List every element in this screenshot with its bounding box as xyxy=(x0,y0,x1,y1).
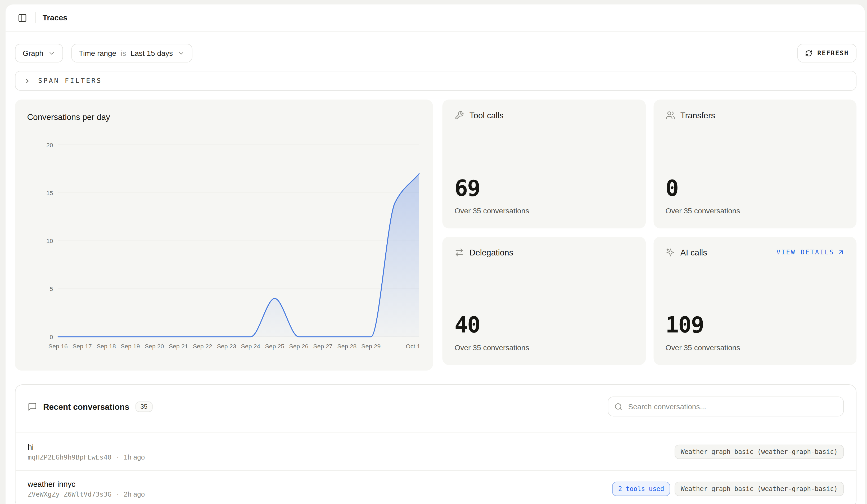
svg-text:Sep 19: Sep 19 xyxy=(121,343,140,350)
traces-page: Traces Graph Time range is Last 15 days xyxy=(0,0,867,504)
chevron-right-icon xyxy=(24,77,31,84)
meta-separator: · xyxy=(116,453,119,461)
delegations-card: Delegations 40 Over 35 conversations xyxy=(442,236,645,365)
conversation-time: 2h ago xyxy=(124,491,145,498)
stat-subtitle: Over 35 conversations xyxy=(454,343,633,352)
chevron-down-icon xyxy=(48,50,55,57)
recent-conversations-panel: Recent conversations 35 hi mqHZP2EGh9h9B… xyxy=(15,384,856,504)
svg-text:Sep 23: Sep 23 xyxy=(217,343,236,350)
stat-label: AI calls xyxy=(681,247,707,257)
agent-tag: Weather graph basic (weather-graph-basic… xyxy=(675,482,844,496)
agent-tag: Weather graph basic (weather-graph-basic… xyxy=(675,444,844,459)
svg-text:Sep 21: Sep 21 xyxy=(169,343,188,350)
svg-text:Sep 17: Sep 17 xyxy=(73,343,92,350)
svg-text:Sep 25: Sep 25 xyxy=(265,343,285,350)
stat-label: Tool calls xyxy=(470,111,504,120)
stat-subtitle: Over 35 conversations xyxy=(665,206,844,215)
stat-grid: Tool calls 69 Over 35 conversations Tran… xyxy=(442,99,856,365)
time-range-field: Time range xyxy=(79,49,116,57)
span-filters-toggle[interactable]: SPAN FILTERS xyxy=(15,71,856,90)
conversation-id: mqHZP2EGh9h9BpFEwEs40 xyxy=(28,453,111,461)
recent-conversations-header: Recent conversations 35 xyxy=(15,385,856,432)
time-range-operator: is xyxy=(121,49,126,57)
time-range-filter[interactable]: Time range is Last 15 days xyxy=(71,44,192,63)
conversations-chart-card: Conversations per day 05101520Sep 16Sep … xyxy=(15,99,433,371)
svg-text:Oct 1: Oct 1 xyxy=(406,343,420,350)
dashboard-grid: Conversations per day 05101520Sep 16Sep … xyxy=(15,99,856,365)
svg-text:0: 0 xyxy=(50,333,53,340)
search-input[interactable] xyxy=(627,402,837,411)
panel-left-icon xyxy=(18,13,27,22)
refresh-icon xyxy=(805,50,812,57)
conversation-time: 1h ago xyxy=(124,453,145,461)
stat-subtitle: Over 35 conversations xyxy=(454,206,633,215)
svg-text:Sep 18: Sep 18 xyxy=(97,343,116,350)
search-box xyxy=(608,397,844,416)
conversation-title: hi xyxy=(28,442,145,451)
chevron-down-icon xyxy=(177,50,184,57)
graph-dropdown[interactable]: Graph xyxy=(15,44,63,63)
svg-text:Sep 26: Sep 26 xyxy=(289,343,309,350)
graph-dropdown-label: Graph xyxy=(23,49,43,57)
svg-text:10: 10 xyxy=(46,237,53,244)
stat-subtitle: Over 35 conversations xyxy=(665,343,844,352)
chart-title: Conversations per day xyxy=(27,112,421,123)
message-square-icon xyxy=(28,402,37,411)
search-icon xyxy=(614,403,622,410)
svg-text:20: 20 xyxy=(46,142,53,149)
svg-text:15: 15 xyxy=(46,190,53,196)
refresh-button[interactable]: REFRESH xyxy=(798,44,856,63)
stat-label: Delegations xyxy=(470,247,513,257)
sidebar-toggle-button[interactable] xyxy=(14,10,30,26)
sparkles-icon xyxy=(665,247,675,257)
svg-text:Sep 22: Sep 22 xyxy=(193,343,212,350)
stat-value: 109 xyxy=(665,314,844,336)
view-details-link[interactable]: VIEW DETAILS xyxy=(777,248,844,256)
meta-separator: · xyxy=(116,491,119,498)
stat-value: 69 xyxy=(454,177,633,199)
app-header: Traces xyxy=(6,4,865,32)
svg-text:Sep 16: Sep 16 xyxy=(49,343,68,350)
stat-label: Transfers xyxy=(681,111,715,120)
toolbar: Graph Time range is Last 15 days xyxy=(15,44,856,63)
main-panel: Traces Graph Time range is Last 15 days xyxy=(6,4,865,504)
conversation-id: ZVeWXgZy_Z6WltVd73s3G xyxy=(28,491,111,498)
header-divider xyxy=(35,12,36,23)
conversation-count-badge: 35 xyxy=(136,401,152,412)
svg-text:Sep 24: Sep 24 xyxy=(241,343,260,350)
ai-calls-card: AI calls VIEW DETAILS 109 Over 35 conver… xyxy=(653,236,856,365)
refresh-label: REFRESH xyxy=(817,49,849,57)
svg-text:Sep 27: Sep 27 xyxy=(313,343,332,350)
conversation-title: weather innyc xyxy=(28,479,145,488)
svg-text:Sep 28: Sep 28 xyxy=(337,343,356,350)
page-title: Traces xyxy=(43,13,67,22)
stat-value: 0 xyxy=(665,177,844,199)
users-icon xyxy=(665,111,675,120)
view-details-label: VIEW DETAILS xyxy=(777,248,834,256)
svg-text:Sep 20: Sep 20 xyxy=(145,343,164,350)
conversation-row[interactable]: weather innyc ZVeWXgZy_Z6WltVd73s3G · 2h… xyxy=(15,470,856,504)
content: Graph Time range is Last 15 days xyxy=(6,44,865,504)
tools-used-tag: 2 tools used xyxy=(612,482,670,496)
span-filters-label: SPAN FILTERS xyxy=(38,77,102,84)
conversations-chart-svg: 05101520Sep 16Sep 17Sep 18Sep 19Sep 20Se… xyxy=(27,130,421,358)
arrows-swap-icon xyxy=(454,247,464,257)
transfers-card: Transfers 0 Over 35 conversations xyxy=(653,99,856,228)
time-range-value: Last 15 days xyxy=(130,49,173,57)
conversation-row[interactable]: hi mqHZP2EGh9h9BpFEwEs40 · 1h ago Weathe… xyxy=(15,432,856,470)
arrow-up-right-icon xyxy=(838,249,844,256)
stat-value: 40 xyxy=(454,314,633,336)
recent-conversations-title: Recent conversations xyxy=(43,402,129,411)
svg-text:5: 5 xyxy=(50,285,53,292)
wrench-icon xyxy=(454,111,464,120)
svg-text:Sep 29: Sep 29 xyxy=(361,343,381,350)
tool-calls-card: Tool calls 69 Over 35 conversations xyxy=(442,99,645,228)
